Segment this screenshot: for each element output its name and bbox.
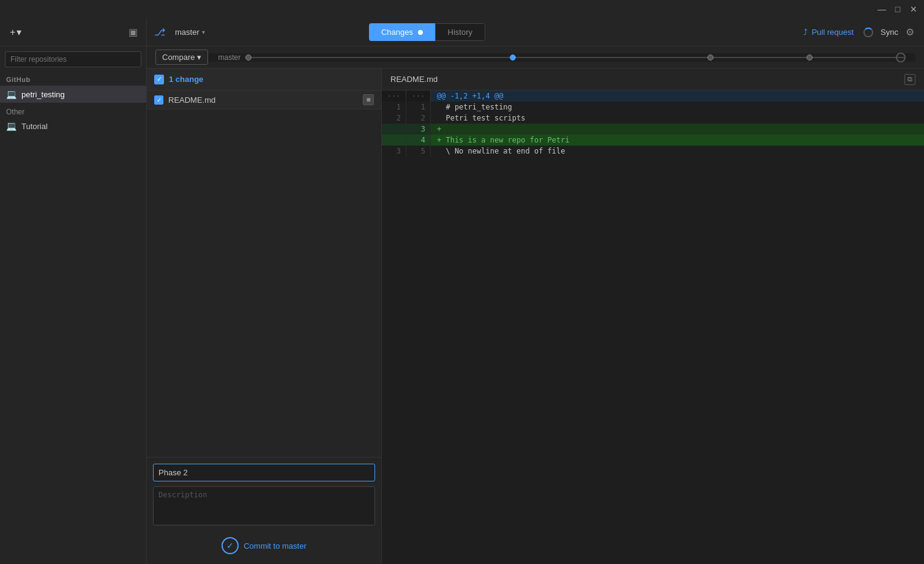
github-section-label: GitHub — [0, 72, 146, 86]
diff-oldnum-5: 3 — [382, 146, 406, 157]
diff-header: README.md ⧉ — [382, 69, 924, 91]
branch-selector[interactable]: master ▾ — [170, 25, 210, 39]
top-toolbar: ⎇ master ▾ Changes History ⤴ Pull reques… — [147, 18, 924, 46]
filter-repositories-input[interactable] — [5, 51, 141, 67]
tab-history[interactable]: History — [435, 23, 485, 41]
compare-bar: Compare ▾ master — [147, 46, 924, 69]
sidebar-header: + ▾ ▣ — [0, 18, 146, 46]
compare-label: Compare — [162, 53, 195, 62]
changes-dot — [418, 30, 423, 35]
diff-code-4: + This is a new repo for Petri — [431, 135, 924, 146]
file-discard-button[interactable]: ■ — [363, 94, 374, 105]
diff-oldnum-2: 2 — [382, 113, 406, 124]
diff-oldnum-4 — [382, 135, 406, 146]
diff-filename: README.md — [390, 75, 904, 84]
file-list-spacer — [147, 109, 381, 457]
commit-label: Commit to master — [244, 541, 307, 551]
compare-button[interactable]: Compare ▾ — [155, 50, 208, 65]
sidebar-item-tutorial[interactable]: 💻 Tutorial — [0, 117, 146, 135]
sidebar-item-label-tutorial: Tutorial — [21, 122, 48, 131]
timeline-spinner — [896, 53, 906, 62]
file-item-readme[interactable]: README.md ■ — [147, 91, 381, 109]
changes-tab-label: Changes — [381, 28, 413, 37]
maximize-button[interactable]: □ — [892, 4, 903, 15]
file-list-header: 1 change — [147, 69, 381, 91]
branch-timeline-label: master — [218, 53, 240, 62]
close-button[interactable]: ✕ — [908, 4, 919, 15]
chevron-down-icon: ▾ — [202, 29, 205, 35]
commit-area: ✓ Commit to master — [147, 457, 381, 564]
commit-description-input[interactable] — [153, 486, 375, 525]
pull-request-button[interactable]: ⤴ Pull request — [799, 25, 859, 39]
diff-panel: README.md ⧉ ··· ··· @@ -1,2 +1,4 @@ 1 1 … — [382, 69, 924, 564]
file-list-panel: 1 change README.md ■ ✓ Comm — [147, 69, 382, 564]
diff-code-1: # petri_testing — [431, 102, 924, 113]
pull-request-label: Pull request — [811, 28, 854, 37]
plus-icon: + — [10, 27, 15, 38]
commit-summary-input[interactable] — [153, 464, 375, 481]
sidebar: + ▾ ▣ GitHub 💻 petri_testing Other 💻 Tut… — [0, 18, 147, 564]
settings-button[interactable]: ⚙ — [903, 24, 917, 40]
sync-button[interactable]: Sync — [881, 28, 898, 37]
diff-code-3: + — [431, 124, 924, 135]
file-name-readme: README.md — [168, 95, 358, 105]
diff-row-5: 3 5 \ No newline at end of file — [382, 146, 924, 157]
sidebar-item-label: petri_testing — [21, 90, 65, 99]
minimize-button[interactable]: — — [876, 4, 887, 15]
chevron-down-icon: ▾ — [17, 26, 21, 38]
compare-chevron-icon: ▾ — [197, 53, 201, 62]
diff-row-1: 1 1 # petri_testing — [382, 102, 924, 113]
timeline-track — [245, 57, 906, 58]
repo-icon: 💻 — [6, 89, 17, 99]
diff-newnum-4: 4 — [406, 135, 431, 146]
add-repository-button[interactable]: + ▾ — [6, 24, 25, 40]
select-all-checkbox[interactable] — [154, 75, 164, 84]
diff-row-2: 2 2 Petri test scripts — [382, 113, 924, 124]
diff-expand-button[interactable]: ⧉ — [904, 74, 915, 85]
timeline-dot-1[interactable] — [245, 54, 251, 61]
diff-newnum-1: 1 — [406, 102, 431, 113]
branch-name: master — [175, 28, 199, 37]
diff-row-4: 4 + This is a new repo for Petri — [382, 135, 924, 146]
repo-icon-tutorial: 💻 — [6, 121, 17, 131]
diff-content: ··· ··· @@ -1,2 +1,4 @@ 1 1 # petri_test… — [382, 91, 924, 564]
history-tab-label: History — [448, 28, 472, 37]
branch-timeline: master — [208, 53, 915, 62]
diff-newnum-2: 2 — [406, 113, 431, 124]
diff-dots-left: ··· — [382, 91, 406, 102]
timeline-dot-4[interactable] — [807, 54, 813, 61]
diff-hunk-header: @@ -1,2 +1,4 @@ — [431, 91, 924, 102]
sidebar-item-petri-testing[interactable]: 💻 petri_testing — [0, 86, 146, 103]
diff-code-5: \ No newline at end of file — [431, 146, 924, 157]
branch-icon: ⎇ — [154, 26, 165, 38]
diff-code-2: Petri test scripts — [431, 113, 924, 124]
diff-oldnum-3 — [382, 124, 406, 135]
change-count: 1 change — [169, 75, 203, 84]
timeline-dot-2[interactable] — [510, 54, 516, 61]
sync-icon — [863, 28, 873, 37]
main-content: ⎇ master ▾ Changes History ⤴ Pull reques… — [147, 18, 924, 564]
tab-group: Changes History — [369, 23, 485, 41]
diff-newnum-5: 5 — [406, 146, 431, 157]
app-body: + ▾ ▣ GitHub 💻 petri_testing Other 💻 Tut… — [0, 18, 924, 564]
commit-circle-icon: ✓ — [222, 537, 239, 554]
file-checkbox-readme[interactable] — [154, 95, 163, 105]
diff-row-3: 3 + — [382, 124, 924, 135]
diff-dots-right: ··· — [406, 91, 431, 102]
pull-request-icon: ⤴ — [803, 28, 808, 37]
commit-button[interactable]: ✓ Commit to master — [153, 533, 375, 558]
timeline-dot-3[interactable] — [707, 54, 713, 61]
diff-newnum-3: 3 — [406, 124, 431, 135]
title-bar: — □ ✕ — [0, 0, 924, 18]
other-section-label: Other — [0, 103, 146, 117]
diff-oldnum-1: 1 — [382, 102, 406, 113]
diff-separator-row: ··· ··· @@ -1,2 +1,4 @@ — [382, 91, 924, 102]
tab-changes[interactable]: Changes — [369, 23, 435, 41]
checkmark-icon: ✓ — [226, 541, 234, 551]
toggle-sidebar-button[interactable]: ▣ — [126, 24, 140, 40]
changes-area: 1 change README.md ■ ✓ Comm — [147, 69, 924, 564]
